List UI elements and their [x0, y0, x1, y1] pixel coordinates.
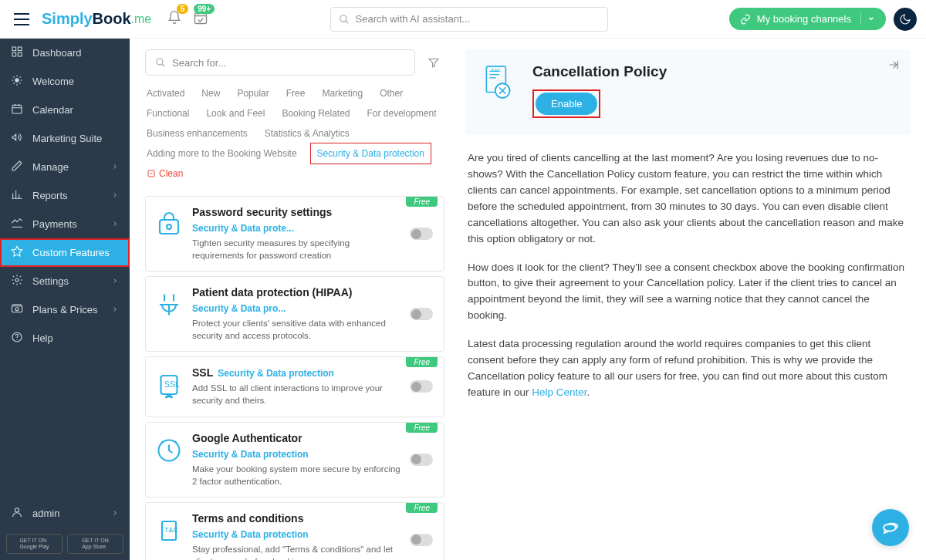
svg-text:SSL: SSL: [164, 380, 180, 389]
money-icon: [11, 302, 23, 317]
feature-description: Stay professional, add "Terms & conditio…: [192, 543, 400, 560]
filter-tag-security-data-protection[interactable]: Security & Data protection: [313, 145, 429, 162]
theme-toggle[interactable]: [894, 8, 917, 31]
feature-title: Terms and conditions: [192, 512, 303, 525]
chevron-down-icon: [860, 13, 875, 25]
feature-toggle[interactable]: [410, 380, 433, 393]
bookings-icon[interactable]: 99+: [193, 10, 208, 28]
svg-point-1: [340, 15, 346, 21]
feature-icon: [155, 211, 183, 238]
filter-tag-new[interactable]: New: [200, 85, 221, 102]
enable-button[interactable]: Enable: [536, 93, 597, 115]
chat-fab[interactable]: [872, 509, 909, 546]
global-search[interactable]: Search with AI assistant...: [330, 7, 608, 32]
feature-toggle[interactable]: [410, 534, 433, 546]
feature-category-tag: Security & Data pro...: [192, 303, 286, 314]
cancellation-policy-icon: T&C: [480, 63, 519, 102]
sidebar-item-admin[interactable]: admin: [0, 499, 130, 528]
sidebar-item-reports[interactable]: Reports: [0, 181, 130, 210]
detail-header: T&C Cancellation Policy Enable: [465, 49, 911, 135]
svg-rect-15: [160, 220, 178, 234]
free-badge: Free: [406, 197, 438, 207]
feature-toggle[interactable]: [410, 454, 433, 466]
feature-title: Google Authenticator: [192, 432, 302, 444]
filter-tag-activated[interactable]: Activated: [145, 85, 186, 102]
feature-card-patient-data-protection-hipaa-[interactable]: Patient data protection (HIPAA) Security…: [145, 276, 444, 352]
google-play-badge[interactable]: GET IT ON Google Play: [6, 534, 63, 554]
filter-tag-statistics-analytics[interactable]: Statistics & Analytics: [263, 125, 351, 142]
sidebar-item-marketing-suite[interactable]: Marketing Suite: [0, 124, 130, 153]
sidebar-item-dashboard[interactable]: Dashboard: [0, 39, 130, 67]
svg-point-8: [15, 278, 19, 282]
chevron-right-icon: [111, 304, 119, 315]
filter-clean-button[interactable]: Clean: [145, 165, 184, 182]
app-store-badge[interactable]: GET IT ON App Store: [67, 534, 123, 554]
booking-channels-button[interactable]: My booking channels: [729, 8, 886, 30]
feature-description: Add SSL to all client interactions to im…: [192, 382, 400, 407]
chevron-right-icon: [111, 218, 119, 230]
feature-icon: [155, 437, 183, 464]
feature-card-password-security-settings[interactable]: FreePassword security settings Security …: [145, 196, 444, 272]
help-center-link[interactable]: Help Center: [532, 386, 586, 398]
feature-card-ssl[interactable]: FreeSSLSSL Security & Data protectionAdd…: [145, 356, 444, 417]
free-badge: Free: [406, 423, 438, 433]
gear-icon: [11, 274, 23, 288]
dashboard-icon: [11, 46, 23, 60]
feature-card-terms-and-conditions[interactable]: FreeT&CTerms and conditions Security & D…: [145, 502, 444, 560]
filter-button[interactable]: [423, 52, 444, 73]
free-badge: Free: [406, 503, 438, 513]
feature-detail-column: T&C Cancellation Policy Enable Are you t…: [452, 39, 926, 560]
calendar-icon: [11, 103, 23, 117]
megaphone-icon: [11, 131, 23, 146]
filter-tags: ActivatedNewPopularFreeMarketingOtherFun…: [145, 83, 444, 188]
filter-tag-other[interactable]: Other: [378, 85, 404, 102]
pencil-icon: [11, 160, 23, 174]
feature-title: Password security settings: [192, 206, 332, 218]
filter-tag-look-and-feel[interactable]: Look and Feel: [204, 105, 266, 122]
sidebar-item-payments[interactable]: Payments: [0, 210, 130, 238]
sidebar-item-calendar[interactable]: Calendar: [0, 96, 130, 124]
feature-toggle[interactable]: [410, 308, 433, 320]
filter-tag-for-development[interactable]: For development: [366, 105, 438, 122]
sidebar-item-help[interactable]: Help: [0, 324, 130, 353]
filter-tag-marketing[interactable]: Marketing: [320, 85, 364, 102]
detail-title: Cancellation Policy: [532, 63, 667, 80]
notifications-bell[interactable]: 5: [167, 10, 182, 28]
chevron-right-icon: [111, 190, 119, 201]
help-icon: [11, 331, 23, 346]
hamburger-menu[interactable]: [9, 8, 34, 30]
chevron-right-icon: [111, 275, 119, 287]
feature-title: SSL: [192, 366, 213, 379]
features-search[interactable]: Search for...: [145, 49, 415, 76]
filter-tag-free[interactable]: Free: [285, 85, 307, 102]
feature-toggle[interactable]: [410, 228, 433, 240]
feature-icon: [155, 291, 183, 319]
svg-point-16: [167, 224, 171, 229]
filter-tag-functional[interactable]: Functional: [145, 105, 191, 122]
logo[interactable]: SimplyBook.me: [42, 10, 151, 28]
detail-description: Are you tired of clients cancelling at t…: [465, 135, 911, 429]
feature-category-tag: Security & Data prote...: [192, 223, 294, 234]
feature-category-tag: Security & Data protection: [192, 529, 309, 540]
notification-badge: 5: [177, 4, 189, 14]
sidebar-item-custom-features[interactable]: Custom Features: [0, 238, 130, 267]
sidebar-item-manage[interactable]: Manage: [0, 153, 130, 181]
filter-tag-booking-related[interactable]: Booking Related: [280, 105, 351, 122]
filter-tag-popular[interactable]: Popular: [235, 85, 270, 102]
free-badge: Free: [406, 357, 438, 367]
feature-category-tag: Security & Data protection: [192, 449, 309, 460]
svg-rect-3: [18, 47, 22, 51]
filter-tag-business-enhancements[interactable]: Business enhancements: [145, 125, 249, 142]
collapse-detail-button[interactable]: [887, 59, 900, 73]
svg-rect-2: [12, 47, 16, 51]
svg-point-13: [157, 59, 163, 65]
sidebar-item-plans-prices[interactable]: Plans & Prices: [0, 295, 130, 324]
feature-description: Protect your clients' sensitive data wit…: [192, 317, 400, 342]
bookings-badge: 99+: [194, 4, 215, 14]
feature-card-google-authenticator[interactable]: FreeGoogle Authenticator Security & Data…: [145, 422, 444, 498]
sidebar-item-welcome[interactable]: Welcome: [0, 67, 130, 96]
sidebar-item-settings[interactable]: Settings: [0, 267, 130, 295]
feature-icon: T&C: [155, 517, 183, 545]
filter-tag-adding-more-to-the-booking-website[interactable]: Adding more to the Booking Website: [145, 145, 299, 162]
search-placeholder: Search with AI assistant...: [356, 13, 471, 25]
